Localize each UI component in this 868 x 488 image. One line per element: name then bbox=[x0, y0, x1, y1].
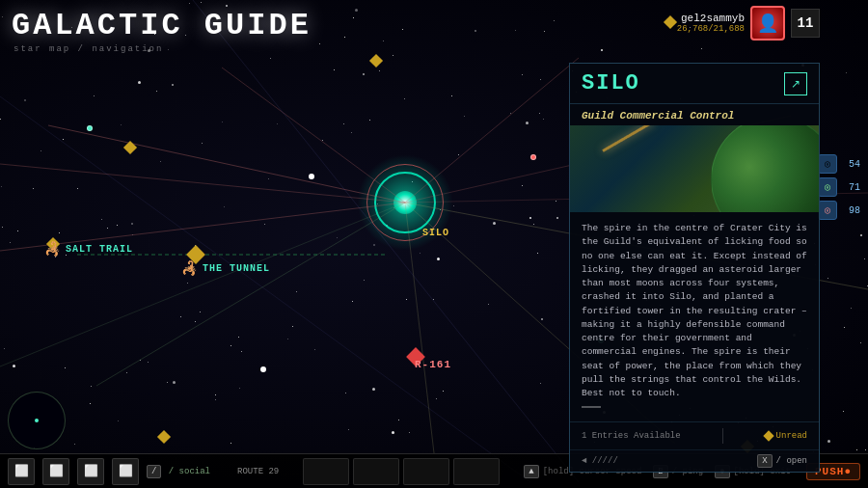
bar-value-1: 54 bbox=[841, 159, 860, 170]
bar-value-3: 98 bbox=[841, 205, 860, 216]
panel-subtitle: Guild Commercial Control bbox=[570, 104, 819, 125]
panel-title: SILO bbox=[582, 71, 640, 95]
bottom-icon-3[interactable]: ⬜ bbox=[77, 458, 104, 485]
open-label: / open bbox=[776, 456, 807, 466]
route-label: ROUTE 29 bbox=[237, 467, 279, 476]
social-key: / bbox=[147, 465, 161, 478]
bottom-icon-2[interactable]: ⬜ bbox=[42, 458, 69, 485]
credits-label: 26,768/21,688 bbox=[677, 24, 745, 34]
slot-1[interactable] bbox=[303, 458, 349, 485]
panel-image bbox=[570, 125, 819, 212]
bottom-center-slots bbox=[286, 458, 516, 485]
bottom-icon-1[interactable]: ⬜ bbox=[8, 458, 35, 485]
minimap-position-dot bbox=[35, 419, 39, 422]
info-panel: SILO ↗ Guild Commercial Control The spir… bbox=[569, 63, 820, 473]
user-info: gel2sammyb 26,768/21,688 bbox=[677, 13, 745, 34]
social-label: / / social bbox=[147, 467, 210, 476]
open-button[interactable]: X / open bbox=[757, 454, 807, 468]
sys-dot-3 bbox=[530, 154, 536, 160]
label-salt-trail: 🦂 SALT TRAIL bbox=[44, 241, 133, 258]
page-title: GALACTIC GUIDE bbox=[12, 8, 312, 43]
panel-nav: ◄ ///// X / open bbox=[570, 449, 819, 472]
right-hud: ◎ 54 ◎ 71 ◎ 98 bbox=[818, 154, 860, 220]
panel-expand-button[interactable]: ↗ bbox=[784, 72, 807, 95]
slot-3[interactable] bbox=[403, 458, 449, 485]
sys-dot-1 bbox=[87, 125, 93, 131]
hud-bar-1: ◎ 54 bbox=[818, 154, 860, 174]
avatar: 👤 bbox=[750, 6, 785, 41]
username-label: gel2sammyb bbox=[677, 13, 745, 24]
top-right-hud: gel2sammyb 26,768/21,688 👤 11 bbox=[677, 6, 820, 41]
system-dot bbox=[393, 191, 417, 214]
unread-indicator: Unread bbox=[765, 431, 807, 441]
panel-header: SILO ↗ bbox=[570, 64, 819, 104]
bottom-icon-4[interactable]: ⬜ bbox=[112, 458, 139, 485]
unread-label: Unread bbox=[776, 431, 807, 441]
bar-icon-1: ◎ bbox=[818, 154, 837, 174]
panel-footer: 1 Entries Available Unread bbox=[570, 421, 819, 449]
slot-4[interactable] bbox=[453, 458, 500, 485]
bar-icon-3: ◎ bbox=[818, 201, 837, 220]
minimap bbox=[8, 392, 66, 449]
label-r161: R-161 bbox=[415, 359, 451, 370]
slot-2[interactable] bbox=[353, 458, 399, 485]
bar-value-2: 71 bbox=[841, 182, 860, 193]
unread-diamond-icon bbox=[763, 431, 773, 442]
nav-prev-label: ◄ ///// bbox=[582, 456, 618, 466]
page-subtitle: star map / navigation bbox=[14, 44, 163, 54]
hud-bar-2: ◎ 71 bbox=[818, 177, 860, 197]
hint-key-1: ▲ bbox=[524, 465, 538, 478]
label-the-tunnel: 🦂 THE TUNNEL bbox=[181, 260, 270, 277]
sys-dot-2 bbox=[309, 174, 314, 179]
label-silo: SILO bbox=[422, 228, 449, 238]
panel-body: The spire in the centre of Crater City i… bbox=[570, 218, 819, 421]
sys-dot-5 bbox=[260, 366, 266, 372]
panel-description: The spire in the centre of Crater City i… bbox=[582, 222, 807, 400]
hud-bar-3: ◎ 98 bbox=[818, 201, 860, 220]
entries-label: 1 Entries Available bbox=[582, 431, 681, 441]
bar-icon-2: ◎ bbox=[818, 177, 837, 197]
panel-separator bbox=[582, 406, 601, 408]
footer-divider bbox=[722, 428, 723, 444]
open-key: X bbox=[757, 454, 772, 468]
level-indicator: 11 bbox=[791, 9, 820, 38]
